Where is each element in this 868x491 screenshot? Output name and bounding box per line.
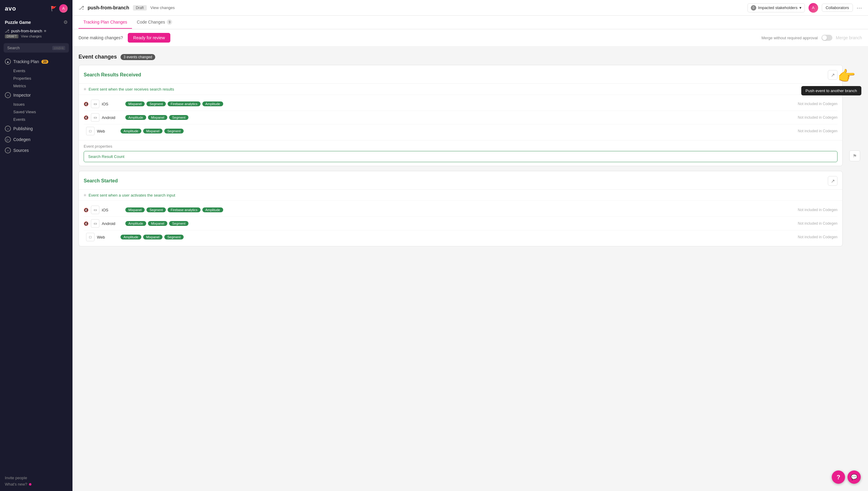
- merge-label: Merge without required approval: [761, 36, 817, 40]
- push-to-branch-button-2[interactable]: ↗: [828, 176, 838, 186]
- workspace-settings-icon[interactable]: ⚙: [63, 19, 68, 25]
- tag-2w-mixpanel: Mixpanel: [143, 235, 163, 239]
- sidebar-item-codegen[interactable]: ▷ Codegen: [0, 134, 73, 145]
- section-title: Event changes: [79, 54, 117, 60]
- merge-toggle[interactable]: [821, 35, 832, 41]
- tracking-plan-label: Tracking Plan: [13, 59, 39, 64]
- tag-segment-a: Segment: [169, 115, 189, 120]
- toggle-knob: [822, 35, 827, 40]
- tag-amplitude-a: Amplitude: [125, 115, 146, 120]
- android-tags-1: Amplitude Mixpanel Segment: [125, 115, 795, 120]
- android-codegen-1: Not included in Codegen: [798, 115, 838, 120]
- platform-row-ios-1: 🔇 ▭ iOS Mixpanel Segment Firebase analyt…: [84, 97, 838, 111]
- invite-people-link[interactable]: Invite people: [5, 475, 68, 481]
- user-avatar[interactable]: A: [59, 4, 68, 13]
- android-tags-2: Amplitude Mixpanel Segment: [125, 221, 795, 226]
- tag-segment: Segment: [146, 102, 166, 106]
- web-tags-1: Amplitude Mixpanel Segment: [120, 128, 795, 134]
- flag-icon: ⚑: [852, 153, 857, 159]
- search-box[interactable]: Search cmd+k: [4, 43, 69, 53]
- search-placeholder: Search: [7, 46, 20, 50]
- tooltip-wrapper: 👉 Push event to another branch: [838, 69, 856, 83]
- events-panel: Event changes 3 events changed Search Re…: [79, 54, 843, 484]
- tooltip-text: Push event to another branch: [806, 88, 857, 93]
- merge-branch-button[interactable]: Merge branch: [836, 35, 862, 40]
- topbar-right: 0 Impacted stakeholders ▾ A Collaborator…: [748, 3, 862, 13]
- platform-row-android-1: 🔇 ▭ Android Amplitude Mixpanel Segment N…: [84, 111, 838, 124]
- platform-rows-2: 🔇 ▭ iOS Mixpanel Segment Firebase analyt…: [79, 201, 842, 246]
- sidebar-header-icons: 🚩 A: [51, 4, 68, 13]
- ios-label-2: iOS: [102, 208, 123, 212]
- sidebar-item-inspector[interactable]: ○ Inspector: [0, 90, 73, 100]
- topbar-draft-badge: Draft: [133, 5, 147, 10]
- ready-for-review-button[interactable]: Ready for review: [128, 33, 170, 42]
- right-panel: ⚑: [847, 54, 862, 484]
- branch-menu-icon[interactable]: ≡: [44, 29, 47, 33]
- tag-2a-segment: Segment: [169, 221, 189, 226]
- workspace-name: Puzzle Game: [5, 20, 31, 25]
- content-area: Event changes 3 events changed Search Re…: [73, 47, 868, 491]
- draft-badge: DRAFT: [5, 34, 19, 38]
- branch-icon: ⎇: [5, 29, 9, 33]
- topbar-view-changes[interactable]: View changes: [150, 5, 175, 10]
- sidebar: avo 🚩 A Puzzle Game ⚙ ⎇ push-from-branch…: [0, 0, 73, 491]
- tag-amplitude: Amplitude: [202, 102, 223, 106]
- chat-icon: 💬: [851, 474, 858, 481]
- chat-button[interactable]: 💬: [847, 470, 861, 484]
- code-changes-count: 9: [167, 19, 172, 25]
- ios-codegen-1: Not included in Codegen: [798, 102, 838, 106]
- sidebar-item-saved-views[interactable]: Saved Views: [0, 108, 73, 116]
- codegen-icon: ▷: [5, 137, 11, 143]
- sidebar-logo-area: avo 🚩 A: [0, 0, 73, 17]
- event-properties-section-1: Event properties Search Result Count: [79, 140, 842, 166]
- topbar: ⎇ push-from-branch Draft View changes 0 …: [73, 0, 868, 16]
- tag-mixpanel-a: Mixpanel: [148, 115, 167, 120]
- action-bar: Done making changes? Ready for review Me…: [73, 29, 868, 47]
- collaborators-button[interactable]: Collaborators: [822, 4, 853, 12]
- flag-icon[interactable]: 🚩: [51, 6, 57, 11]
- push-to-branch-button-1[interactable]: ↗: [828, 70, 838, 80]
- event-description-2: ≡ Event sent when a user activates the s…: [79, 190, 842, 201]
- branch-section: ⎇ push-from-branch ≡ DRAFT View changes: [0, 27, 73, 41]
- events-badge: 3 events changed: [120, 54, 155, 60]
- push-icon: ↗: [831, 72, 835, 78]
- tab-tracking-plan[interactable]: Tracking Plan Changes: [79, 16, 132, 29]
- flag-button[interactable]: ⚑: [849, 150, 860, 161]
- ios-icon: ▭: [91, 99, 99, 108]
- whats-new-link[interactable]: What's new?: [5, 481, 68, 487]
- push-icon-2: ↗: [831, 178, 835, 184]
- topbar-branch-icon: ⎇: [79, 5, 84, 10]
- topbar-user-avatar[interactable]: A: [809, 3, 818, 13]
- tag-segment-w: Segment: [164, 128, 184, 134]
- sidebar-item-publishing[interactable]: ○ Publishing: [0, 123, 73, 134]
- sidebar-item-tracking-plan[interactable]: ▲ Tracking Plan 20: [0, 56, 73, 67]
- impacted-stakeholders-button[interactable]: 0 Impacted stakeholders ▾: [748, 3, 805, 12]
- platform-row-android-2: 🔇 ▭ Android Amplitude Mixpanel Segment N…: [84, 217, 838, 230]
- description-icon-2: ≡: [84, 193, 86, 198]
- help-button[interactable]: ?: [832, 470, 845, 484]
- volume-icon-android-1: 🔇: [84, 115, 88, 120]
- sidebar-item-sources[interactable]: ○ Sources: [0, 145, 73, 156]
- sidebar-item-inspector-events[interactable]: Events: [0, 116, 73, 123]
- topbar-branch-name: push-from-branch: [88, 5, 129, 10]
- tag-2-segment: Segment: [146, 207, 166, 212]
- branch-view-changes[interactable]: View changes: [21, 34, 41, 38]
- tag-2w-amplitude: Amplitude: [120, 235, 141, 239]
- hand-emoji: 👉: [838, 69, 856, 83]
- property-row-1[interactable]: Search Result Count: [84, 151, 838, 162]
- sidebar-item-properties[interactable]: Properties: [0, 75, 73, 82]
- sidebar-item-metrics[interactable]: Metrics: [0, 82, 73, 90]
- event-desc-text-1: Event sent when the user receives search…: [88, 87, 174, 91]
- more-options-icon[interactable]: ⋯: [857, 4, 862, 11]
- tag-2-firebase: Firebase analytics: [168, 207, 201, 212]
- sidebar-item-events[interactable]: Events: [0, 67, 73, 75]
- tag-mixpanel: Mixpanel: [125, 102, 145, 106]
- platform-row-web-1: □ Web Amplitude Mixpanel Segment Not inc…: [84, 124, 838, 138]
- event-desc-text-2: Event sent when a user activates the sea…: [88, 193, 175, 198]
- tooltip-box: Push event to another branch: [801, 86, 861, 95]
- android-label-2: Android: [102, 221, 123, 226]
- tab-code-changes[interactable]: Code Changes 9: [132, 16, 177, 29]
- sidebar-footer: Invite people What's new?: [0, 471, 73, 491]
- sidebar-item-issues[interactable]: Issues: [0, 100, 73, 108]
- event-description-1: ≡ Event sent when the user receives sear…: [79, 84, 842, 95]
